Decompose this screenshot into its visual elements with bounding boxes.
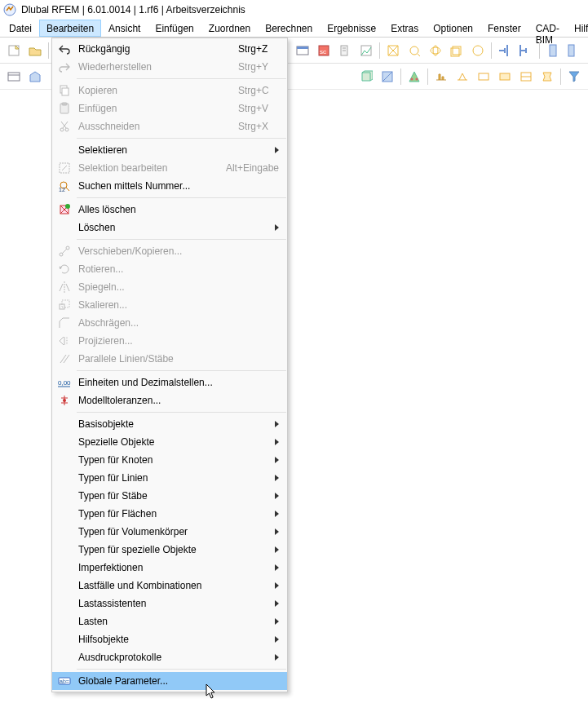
- menu-helpers[interactable]: Hilfsobjekte: [52, 630, 287, 648]
- submenu-arrow-icon: [275, 493, 279, 499]
- svg-rect-18: [550, 45, 556, 56]
- tb-icon[interactable]: [356, 41, 376, 60]
- submenu-arrow-icon: [275, 600, 279, 607]
- tb-icon[interactable]: [564, 41, 584, 60]
- menu-zuordnen[interactable]: Zuordnen: [201, 20, 258, 37]
- menu-item-label: Wiederherstellen: [78, 61, 222, 73]
- tb-icon[interactable]: [474, 67, 493, 86]
- menu-cad-bim[interactable]: CAD-BIM: [528, 20, 567, 37]
- menu-separator: [77, 669, 286, 670]
- menu-solid-types[interactable]: Typen für Volumenkörper: [52, 523, 287, 541]
- svg-rect-19: [568, 45, 574, 56]
- menu-item-label: Imperfektionen: [78, 562, 275, 573]
- menu-special-objects[interactable]: Spezielle Objekte: [52, 433, 287, 451]
- menu-member-types[interactable]: Typen für Stäbe: [52, 487, 287, 505]
- tb-icon[interactable]: [495, 41, 515, 60]
- tb-icon[interactable]: [356, 67, 376, 86]
- tb-icon[interactable]: [405, 67, 424, 86]
- menu-basic-objects[interactable]: Basisobjekte: [52, 415, 287, 433]
- menu-redo[interactable]: Wiederherstellen Strg+Y: [52, 58, 287, 76]
- menu-select[interactable]: Selektieren: [52, 141, 287, 159]
- menu-mirror[interactable]: Spiegeln...: [52, 278, 287, 296]
- menu-tolerances[interactable]: Modelltoleranzen...: [52, 391, 287, 409]
- menu-fenster[interactable]: Fenster: [480, 20, 528, 37]
- menu-loadcases[interactable]: Lastfälle und Kombinationen: [52, 577, 287, 595]
- menu-special-types[interactable]: Typen für spezielle Objekte: [52, 541, 287, 559]
- cut-icon: [55, 119, 73, 134]
- menu-printouts[interactable]: Ausdruckprotokolle: [52, 648, 287, 666]
- tb-icon[interactable]: sc: [314, 41, 334, 60]
- svg-rect-5: [297, 46, 308, 49]
- menu-bevel[interactable]: Abschrägen...: [52, 314, 287, 332]
- menu-berechnen[interactable]: Berechnen: [258, 20, 320, 37]
- tb-icon[interactable]: [537, 67, 557, 86]
- menu-cut[interactable]: Ausschneiden Strg+X: [52, 117, 287, 135]
- tb-icon[interactable]: [335, 41, 355, 60]
- menu-node-types[interactable]: Typen für Knoten: [52, 451, 287, 469]
- menu-item-label: Alles löschen: [78, 204, 279, 215]
- menu-rotate[interactable]: Rotieren...: [52, 260, 287, 278]
- menu-bearbeiten[interactable]: Bearbeiten: [39, 20, 101, 37]
- submenu-arrow-icon: [275, 475, 279, 481]
- tb-icon[interactable]: [543, 41, 563, 60]
- svg-rect-20: [8, 73, 20, 81]
- blank-icon: [55, 417, 73, 431]
- tb-icon[interactable]: [4, 67, 24, 86]
- menu-item-label: Ausschneiden: [78, 121, 222, 132]
- tb-new-icon[interactable]: [4, 41, 24, 60]
- menu-scale[interactable]: Skalieren...: [52, 296, 287, 314]
- menu-extras[interactable]: Extras: [383, 20, 426, 37]
- tb-funnel-icon[interactable]: [564, 67, 584, 86]
- tb-sep: [539, 42, 540, 59]
- tb-icon[interactable]: [426, 41, 445, 60]
- menu-loads[interactable]: Lasten: [52, 612, 287, 630]
- blank-icon: [55, 614, 73, 629]
- menu-item-label: Einfügen: [78, 103, 222, 114]
- menu-item-label: Löschen: [78, 222, 275, 233]
- tb-icon[interactable]: [378, 67, 397, 86]
- menu-delete[interactable]: Löschen: [52, 219, 287, 237]
- menu-optionen[interactable]: Optionen: [426, 20, 480, 37]
- menu-move-copy[interactable]: Verschieben/Kopieren...: [52, 242, 287, 260]
- tb-icon[interactable]: [516, 67, 536, 86]
- menu-shortcut: Alt+Eingabe: [210, 162, 279, 174]
- menu-shortcut: Strg+Y: [222, 61, 279, 73]
- menu-line-types[interactable]: Typen für Linien: [52, 469, 287, 487]
- menu-copy[interactable]: Kopieren Strg+C: [52, 82, 287, 99]
- menu-global-parameters[interactable]: ab= Globale Parameter...: [52, 672, 287, 690]
- tb-icon[interactable]: [293, 41, 312, 60]
- menu-paste[interactable]: Einfügen Strg+V: [52, 99, 287, 117]
- menu-imperfections[interactable]: Imperfektionen: [52, 559, 287, 577]
- tb-icon[interactable]: [495, 67, 515, 86]
- tb-icon[interactable]: [431, 67, 451, 86]
- blank-icon: [55, 435, 73, 449]
- menu-delete-all[interactable]: Alles löschen: [52, 201, 287, 219]
- menu-item-label: Typen für Volumenkörper: [78, 526, 275, 537]
- menu-ergebnisse[interactable]: Ergebnisse: [320, 20, 383, 37]
- tb-icon[interactable]: [468, 41, 488, 60]
- menu-edit-selection[interactable]: Selektion bearbeiten Alt+Eingabe: [52, 159, 287, 177]
- tb-icon[interactable]: [25, 67, 45, 86]
- tb-icon[interactable]: [453, 67, 472, 86]
- menu-item-label: Globale Parameter...: [78, 675, 279, 687]
- menu-surface-types[interactable]: Typen für Flächen: [52, 505, 287, 523]
- menu-einfuegen[interactable]: Einfügen: [148, 20, 201, 37]
- menu-hilfe[interactable]: Hilfe: [567, 20, 588, 37]
- tb-icon[interactable]: [405, 41, 424, 60]
- menu-item-label: Rückgängig: [78, 43, 222, 55]
- tb-open-icon[interactable]: [25, 41, 45, 60]
- menu-item-label: Typen für spezielle Objekte: [78, 544, 275, 555]
- menu-ansicht[interactable]: Ansicht: [101, 20, 148, 37]
- tb-icon[interactable]: [383, 41, 403, 60]
- tb-icon[interactable]: [516, 41, 536, 60]
- menu-find-by-number[interactable]: 12 Suchen mittels Nummer...: [52, 177, 287, 195]
- menu-parallel[interactable]: Parallele Linien/Stäbe: [52, 350, 287, 368]
- submenu-arrow-icon: [275, 546, 279, 553]
- menu-undo[interactable]: Rückgängig Strg+Z: [52, 40, 287, 58]
- menu-project[interactable]: Projizieren...: [52, 332, 287, 350]
- menu-load-assistants[interactable]: Lastassistenten: [52, 595, 287, 612]
- menu-units[interactable]: 0,00 Einheiten und Dezimalstellen...: [52, 374, 287, 391]
- svg-point-46: [63, 399, 66, 402]
- tb-icon[interactable]: [447, 41, 466, 60]
- menu-datei[interactable]: Datei: [2, 20, 39, 37]
